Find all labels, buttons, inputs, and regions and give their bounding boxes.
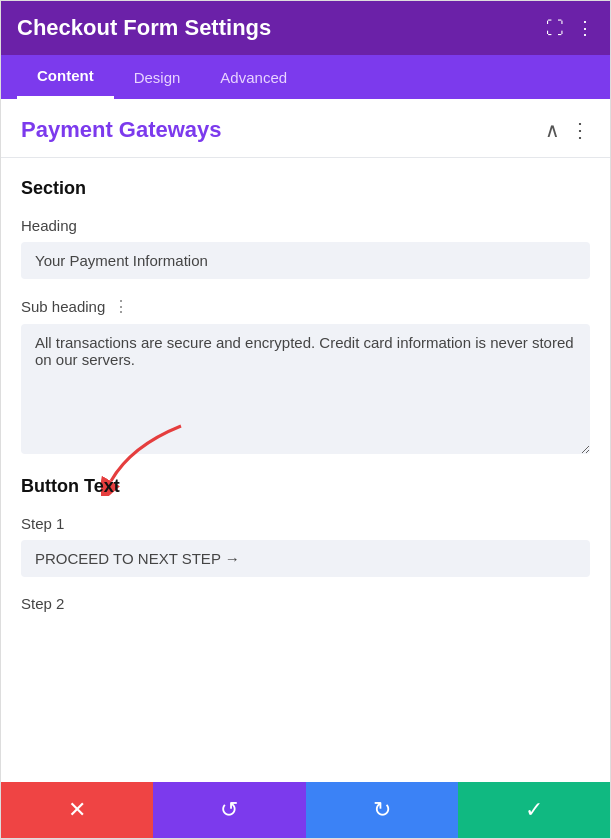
step1-field: Step 1 xyxy=(21,515,590,577)
section-group-label: Section xyxy=(21,178,590,199)
header-icons: ⛶ ⋮ xyxy=(546,17,594,39)
tabs-bar: Content Design Advanced xyxy=(1,55,610,99)
step1-input[interactable] xyxy=(21,540,590,577)
header: Checkout Form Settings ⛶ ⋮ xyxy=(1,1,610,55)
section-more-icon[interactable]: ⋮ xyxy=(570,118,590,142)
panel: Checkout Form Settings ⛶ ⋮ Content Desig… xyxy=(0,0,611,839)
redo-button[interactable]: ↻ xyxy=(306,782,458,838)
more-options-icon[interactable]: ⋮ xyxy=(576,17,594,39)
content-area: Section Heading Sub heading ⋮ All transa… xyxy=(1,158,610,782)
subheading-textarea[interactable]: All transactions are secure and encrypte… xyxy=(21,324,590,454)
expand-icon[interactable]: ⛶ xyxy=(546,18,564,39)
subheading-label: Sub heading ⋮ xyxy=(21,297,590,316)
step2-field: Step 2 xyxy=(21,595,590,612)
panel-title: Checkout Form Settings xyxy=(17,15,271,41)
heading-label: Heading xyxy=(21,217,590,234)
subheading-more-icon[interactable]: ⋮ xyxy=(113,297,129,316)
step1-label: Step 1 xyxy=(21,515,590,532)
button-text-label: Button Text xyxy=(21,476,590,497)
heading-field: Heading xyxy=(21,217,590,279)
cancel-button[interactable]: ✕ xyxy=(1,782,153,838)
section-header-controls: ∧ ⋮ xyxy=(545,118,590,142)
undo-button[interactable]: ↺ xyxy=(153,782,305,838)
subheading-field: Sub heading ⋮ All transactions are secur… xyxy=(21,297,590,458)
tab-content[interactable]: Content xyxy=(17,55,114,99)
tab-advanced[interactable]: Advanced xyxy=(200,57,307,98)
save-button[interactable]: ✓ xyxy=(458,782,610,838)
heading-input[interactable] xyxy=(21,242,590,279)
section-header: Payment Gateways ∧ ⋮ xyxy=(1,99,610,158)
bottom-toolbar: ✕ ↺ ↻ ✓ xyxy=(1,782,610,838)
collapse-icon[interactable]: ∧ xyxy=(545,118,560,142)
step2-label: Step 2 xyxy=(21,595,590,612)
section-title: Payment Gateways xyxy=(21,117,222,143)
tab-design[interactable]: Design xyxy=(114,57,201,98)
